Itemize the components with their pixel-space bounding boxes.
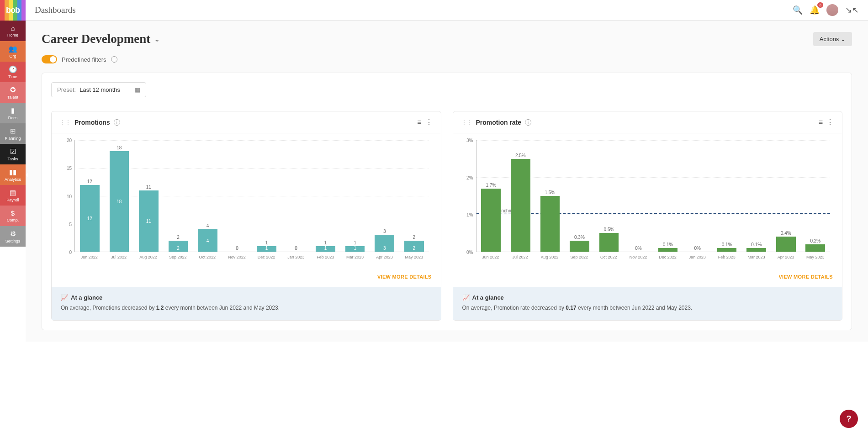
card-title: Promotion rate	[476, 119, 522, 126]
at-a-glance: 📈At a glance On average, Promotion rate …	[453, 287, 842, 320]
view-more-link[interactable]: VIEW MORE DETAILS	[778, 274, 833, 280]
promotions-chart: 051015201212181811112244011011113322Jun …	[61, 140, 432, 261]
talent-icon: ✪	[10, 86, 16, 94]
app-logo: bob	[0, 0, 26, 21]
view-more-link[interactable]: VIEW MORE DETAILS	[377, 274, 432, 280]
nav-label: Talent	[7, 95, 18, 100]
glance-text: On average, Promotions decreased by 1.2 …	[61, 305, 432, 311]
search-icon[interactable]: 🔍	[793, 5, 803, 15]
money-icon: $	[11, 209, 15, 217]
gear-icon: ⚙	[10, 230, 16, 238]
document-icon: ▮	[11, 106, 15, 115]
calendar-icon: ▤	[10, 189, 16, 197]
nav-tasks[interactable]: ☑Tasks	[0, 144, 26, 164]
preset-value: Last 12 months	[79, 86, 120, 93]
nav-talent[interactable]: ✪Talent	[0, 82, 26, 103]
avatar[interactable]	[826, 4, 838, 16]
nav-label: Docs	[8, 116, 18, 120]
nav-org[interactable]: 👥Org	[0, 41, 26, 62]
promotion-rate-card: ⋮⋮ Promotion rate i ≡ ⋮ 0%1%2%3%Mercer b…	[453, 111, 843, 321]
info-icon[interactable]: i	[111, 56, 117, 63]
nav-label: Org	[9, 54, 16, 58]
filter-icon[interactable]: ≡	[819, 118, 823, 127]
more-menu-icon[interactable]: ⋮	[425, 118, 433, 127]
nav-label: Settings	[5, 239, 21, 243]
promotion-rate-chart: 0%1%2%3%Mercer benchmark1.7%2.5%1.5%0.3%…	[462, 140, 833, 261]
nav-analytics[interactable]: ▮▮Analytics	[0, 164, 26, 185]
predefined-filters-label: Predefined filters	[62, 56, 106, 63]
trend-icon: 📈	[462, 294, 470, 301]
actions-label: Actions	[820, 36, 839, 42]
dashboard-panel: Preset: Last 12 months ▦ ⋮⋮ Promotions i…	[42, 73, 852, 330]
nav-home[interactable]: ⌂Home	[0, 21, 26, 41]
app-title: Dashboards	[35, 5, 76, 15]
nav-payroll[interactable]: ▤Payroll	[0, 185, 26, 206]
glance-title: At a glance	[472, 294, 504, 301]
side-nav: bob ⌂Home 👥Org 🕐Time ✪Talent ▮Docs ⊞Plan…	[0, 0, 26, 342]
actions-button[interactable]: Actions ⌄	[813, 32, 852, 46]
info-icon[interactable]: i	[114, 119, 120, 126]
trend-icon: 📈	[61, 294, 68, 301]
planning-icon: ⊞	[10, 127, 16, 135]
nav-label: Payroll	[6, 198, 19, 202]
nav-planning[interactable]: ⊞Planning	[0, 123, 26, 144]
nav-settings[interactable]: ⚙Settings	[0, 226, 26, 247]
nav-comp[interactable]: $Comp.	[0, 206, 26, 226]
clock-icon: 🕐	[9, 65, 17, 74]
notification-badge: 3	[817, 2, 823, 8]
drag-handle-icon[interactable]: ⋮⋮	[60, 119, 71, 126]
nav-time[interactable]: 🕐Time	[0, 62, 26, 82]
more-menu-icon[interactable]: ⋮	[826, 118, 834, 127]
calendar-icon: ▦	[135, 86, 140, 93]
nav-label: Time	[8, 74, 17, 79]
chevron-down-icon[interactable]: ⌄	[154, 35, 160, 43]
card-title: Promotions	[74, 119, 110, 126]
top-bar: Dashboards 🔍 🔔3 ↘↖	[26, 0, 868, 21]
analytics-icon: ▮▮	[9, 168, 16, 176]
promotions-card: ⋮⋮ Promotions i ≡ ⋮ 05101520121218181111…	[51, 111, 441, 321]
chevron-down-icon: ⌄	[841, 36, 846, 42]
predefined-filters-toggle[interactable]	[42, 55, 57, 63]
info-icon[interactable]: i	[525, 119, 531, 126]
page-title: Career Development	[42, 32, 150, 46]
nav-label: Home	[7, 33, 18, 37]
filter-icon[interactable]: ≡	[417, 118, 421, 127]
collapse-icon[interactable]: ↘↖	[845, 5, 859, 15]
nav-label: Analytics	[5, 177, 21, 182]
glance-text: On average, Promotion rate decreased by …	[462, 305, 833, 311]
drag-handle-icon[interactable]: ⋮⋮	[461, 119, 472, 126]
nav-label: Comp.	[7, 218, 19, 222]
nav-label: Planning	[5, 136, 21, 141]
home-icon: ⌂	[11, 24, 15, 32]
nav-docs[interactable]: ▮Docs	[0, 103, 26, 123]
tasks-icon: ☑	[10, 148, 16, 156]
at-a-glance: 📈At a glance On average, Promotions decr…	[52, 287, 441, 320]
glance-title: At a glance	[71, 294, 102, 301]
preset-label: Preset:	[57, 86, 76, 93]
nav-label: Tasks	[7, 157, 18, 161]
people-icon: 👥	[9, 45, 17, 53]
notifications-icon[interactable]: 🔔3	[810, 5, 820, 15]
date-preset[interactable]: Preset: Last 12 months ▦	[51, 82, 146, 97]
